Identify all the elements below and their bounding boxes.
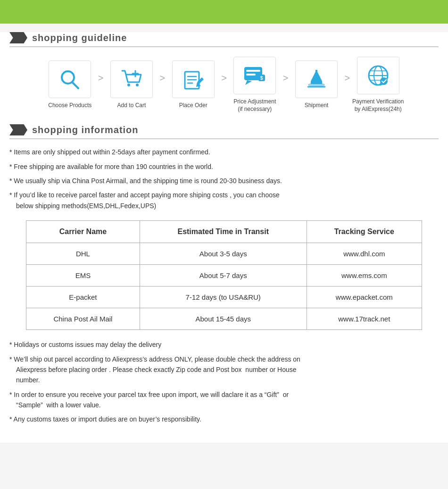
shopping-information-header: shopping information — [9, 124, 439, 139]
table-row: E-packet 7-12 days (to USA&RU) www.epack… — [26, 287, 422, 308]
bottom-notes: * Holidays or customs issues may delay t… — [9, 339, 439, 425]
add-to-cart-icon-box — [110, 60, 153, 98]
table-header-row: Carrier Name Estimated Time in Transit T… — [26, 221, 422, 243]
ship-icon — [304, 67, 329, 92]
arrow-3: > — [221, 73, 227, 97]
step-add-to-cart: Add to Cart — [104, 60, 158, 110]
info-header-icon — [9, 124, 27, 135]
table-row: DHL About 3-5 days www.dhl.com — [26, 243, 422, 265]
transit-cell: About 15-45 days — [140, 308, 307, 330]
step-payment-verification: Payment Verification by AliExpress(24h) — [351, 57, 405, 113]
search-icon — [58, 67, 82, 92]
info-title: shopping information — [32, 125, 139, 135]
arrow-4: > — [283, 73, 289, 97]
shipment-icon-box — [295, 60, 338, 98]
table-row: EMS About 5-7 days www.ems.com — [26, 265, 422, 287]
bottom-note-1: * Holidays or customs issues may delay t… — [9, 339, 439, 350]
price-adjustment-label: Price Adjustment(if necessary) — [233, 98, 276, 113]
col-header-carrier: Carrier Name — [26, 221, 140, 243]
steps-container: Choose Products > Add to Cart > — [9, 57, 439, 113]
tracking-cell: www.ems.com — [307, 265, 422, 287]
tracking-cell: www.dhl.com — [307, 243, 422, 265]
shipping-table: Carrier Name Estimated Time in Transit T… — [26, 220, 422, 330]
step-place-order: Place Oder — [166, 60, 220, 110]
cart-icon — [119, 67, 144, 92]
svg-line-1 — [72, 82, 78, 88]
place-order-icon-box — [172, 60, 215, 98]
col-header-tracking: Tracking Service — [307, 221, 422, 243]
svg-point-3 — [136, 84, 139, 86]
svg-text:$: $ — [260, 76, 263, 81]
table-row: China Post Ail Mail About 15-45 days www… — [26, 308, 422, 330]
arrow-1: > — [98, 73, 104, 97]
tracking-cell: www.17track.net — [307, 308, 422, 330]
svg-point-2 — [127, 84, 130, 86]
bottom-note-4: * Any customs taxes or import duties are… — [9, 414, 439, 424]
price-adjustment-icon-box: $ — [233, 57, 276, 94]
col-header-transit: Estimated Time in Transit — [140, 221, 307, 243]
chat-icon: $ — [242, 63, 267, 88]
globe-icon — [366, 63, 390, 88]
arrow-5: > — [345, 73, 350, 97]
bottom-note-3: * In order to ensure you receive your pa… — [9, 389, 439, 411]
info-note-4: * If you’d like to receive parcel faster… — [9, 190, 439, 211]
carrier-cell: EMS — [26, 265, 140, 287]
content-wrapper: shopping guideline Choose Products > — [0, 32, 448, 443]
carrier-cell: China Post Ail Mail — [26, 308, 140, 330]
tracking-cell: www.epacket.com — [307, 287, 422, 308]
transit-cell: About 3-5 days — [140, 243, 307, 265]
step-price-adjustment: $ Price Adjustment(if necessary) — [228, 57, 282, 113]
step-choose-products: Choose Products — [43, 60, 97, 110]
info-note-3: * We usually ship via China Post Airmail… — [9, 176, 439, 186]
guideline-header-icon — [9, 32, 27, 43]
info-note-1: * Items are only shipped out within 2-5d… — [9, 147, 439, 157]
place-order-label: Place Oder — [179, 102, 207, 110]
guideline-title: shopping guideline — [32, 33, 127, 43]
top-banner — [0, 0, 448, 24]
choose-products-label: Choose Products — [48, 102, 91, 110]
transit-cell: About 5-7 days — [140, 265, 307, 287]
svg-rect-12 — [246, 74, 256, 76]
add-to-cart-label: Add to Cart — [117, 102, 146, 110]
svg-rect-17 — [315, 70, 317, 81]
edit-icon — [181, 67, 206, 92]
arrow-2: > — [159, 73, 165, 97]
shopping-guideline-header: shopping guideline — [9, 32, 439, 47]
shipment-label: Shipment — [305, 102, 329, 110]
info-note-2: * Free shipping are available for more t… — [9, 161, 439, 172]
step-shipment: Shipment — [290, 60, 344, 110]
svg-point-24 — [380, 77, 388, 85]
info-notes: * Items are only shipped out within 2-5d… — [9, 147, 439, 211]
payment-verification-label: Payment Verification by AliExpress(24h) — [351, 98, 405, 113]
choose-products-icon-box — [49, 60, 91, 98]
carrier-cell: DHL — [26, 243, 140, 265]
payment-verification-icon-box — [357, 57, 399, 94]
bottom-note-2: * We’ll ship out parcel according to Ali… — [9, 354, 439, 386]
transit-cell: 7-12 days (to USA&RU) — [140, 287, 307, 308]
carrier-cell: E-packet — [26, 287, 140, 308]
svg-rect-11 — [246, 70, 260, 72]
